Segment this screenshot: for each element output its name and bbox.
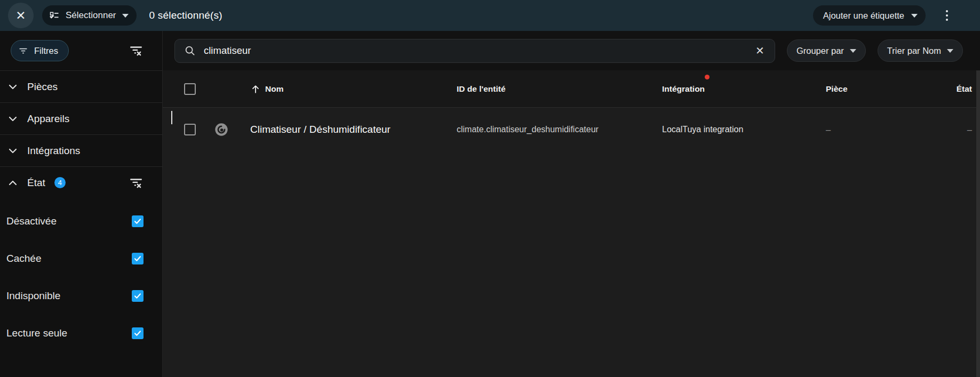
column-header-area[interactable]: Pièce: [826, 70, 911, 107]
clear-state-filter-icon[interactable]: [129, 176, 143, 190]
column-header-name[interactable]: Nom: [250, 70, 457, 107]
selection-top-bar: ✕ Sélectionner 0 sélectionné(s) Ajouter …: [0, 0, 980, 31]
sidebar-section-areas[interactable]: Pièces: [0, 70, 162, 102]
chevron-down-icon: [911, 14, 918, 18]
section-label: État: [27, 177, 45, 189]
search-input[interactable]: [204, 45, 746, 57]
chevron-up-icon: [6, 177, 19, 189]
checkbox-hidden[interactable]: [132, 253, 144, 264]
clear-search-icon[interactable]: ✕: [754, 44, 766, 57]
sidebar-section-devices[interactable]: Appareils: [0, 102, 162, 134]
filters-button[interactable]: Filtres: [11, 40, 69, 61]
section-label: Appareils: [27, 113, 69, 125]
search-icon: [184, 45, 196, 57]
column-header-integration[interactable]: Intégration: [662, 70, 826, 107]
icon-column-spacer: [214, 70, 250, 107]
state-option-hidden: Cachée: [0, 240, 162, 277]
table-row[interactable]: Climatiseur / Déshumidificateur climate.…: [163, 108, 980, 151]
select-list-icon: [49, 10, 60, 21]
entities-main-panel: ✕ Grouper par Trier par Nom Nom ID de l': [163, 31, 980, 377]
integration-alert-dot: [705, 75, 710, 79]
sort-by-label: Trier par Nom: [887, 46, 941, 56]
option-label: Indisponible: [6, 290, 60, 302]
table-toolbar: ✕ Grouper par Trier par Nom: [163, 31, 980, 70]
sidebar-section-state[interactable]: État 4: [0, 166, 162, 198]
sidebar-section-integrations[interactable]: Intégrations: [0, 134, 162, 166]
checkbox-disabled[interactable]: [132, 215, 144, 227]
filters-sidebar: Filtres Pièces Appareils Intégrations: [0, 31, 163, 377]
section-label: Pièces: [27, 81, 58, 93]
entity-area: –: [826, 108, 911, 151]
sort-by-button[interactable]: Trier par Nom: [878, 39, 963, 62]
checkbox-readonly[interactable]: [132, 327, 144, 339]
sort-arrow-up-icon: [250, 84, 261, 94]
row-checkbox[interactable]: [184, 124, 196, 135]
option-label: Désactivée: [6, 215, 57, 227]
close-icon: ✕: [15, 9, 26, 23]
chevron-down-icon: [947, 49, 953, 53]
filter-icon: [18, 46, 28, 56]
entities-selection-page: ✕ Sélectionner 0 sélectionné(s) Ajouter …: [0, 0, 980, 377]
state-option-disabled: Désactivée: [0, 203, 162, 240]
chevron-down-icon: [6, 81, 19, 93]
clear-all-filters-icon[interactable]: [129, 44, 143, 58]
entity-integration: LocalTuya integration: [662, 108, 826, 151]
chevron-down-icon: [6, 113, 19, 125]
climate-entity-icon: [214, 122, 229, 137]
add-label-text: Ajouter une étiquette: [823, 11, 904, 21]
selected-count: 0 sélectionné(s): [149, 10, 222, 21]
add-label-button[interactable]: Ajouter une étiquette: [813, 5, 926, 26]
entity-name: Climatiseur / Déshumidificateur: [250, 108, 457, 151]
entity-state: –: [911, 108, 972, 151]
vertical-scrollbar[interactable]: [976, 70, 980, 377]
column-header-state[interactable]: État: [911, 70, 972, 107]
state-option-readonly: Lecture seule: [0, 315, 162, 352]
close-selection-button[interactable]: ✕: [8, 3, 34, 28]
group-by-label: Grouper par: [796, 46, 844, 56]
text-cursor: [171, 111, 172, 124]
select-all-checkbox[interactable]: [184, 83, 196, 95]
option-label: Cachée: [6, 253, 42, 264]
search-field[interactable]: ✕: [174, 39, 775, 63]
option-label: Lecture seule: [6, 327, 67, 339]
group-by-button[interactable]: Grouper par: [787, 39, 866, 62]
column-header-entity-id[interactable]: ID de l'entité: [457, 70, 662, 107]
overflow-menu-button[interactable]: [941, 10, 953, 21]
section-label: Intégrations: [27, 145, 80, 157]
state-filter-count-badge: 4: [54, 177, 66, 188]
select-mode-button[interactable]: Sélectionner: [42, 5, 137, 26]
chevron-down-icon: [122, 14, 129, 18]
table-header: Nom ID de l'entité Intégration Pièce Éta…: [163, 70, 980, 108]
chevron-down-icon: [850, 49, 856, 53]
entity-id: climate.climatiseur_deshumidificateur: [457, 108, 662, 151]
checkbox-unavailable[interactable]: [132, 290, 144, 302]
chevron-down-icon: [6, 145, 19, 157]
filters-label: Filtres: [34, 46, 58, 56]
select-mode-label: Sélectionner: [66, 10, 116, 21]
state-option-unavailable: Indisponible: [0, 277, 162, 315]
